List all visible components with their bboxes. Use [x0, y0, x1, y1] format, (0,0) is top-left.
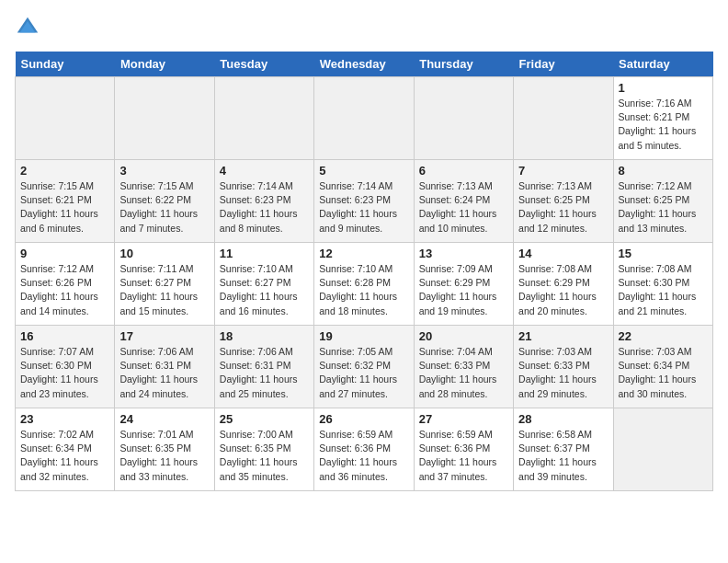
day-info: Sunrise: 7:07 AMSunset: 6:30 PMDaylight:…: [20, 345, 109, 401]
day-info: Sunrise: 7:03 AMSunset: 6:33 PMDaylight:…: [518, 345, 608, 401]
page-header: [15, 15, 713, 40]
weekday-header-friday: Friday: [514, 52, 613, 77]
day-number: 2: [20, 164, 109, 178]
calendar-cell: 20Sunrise: 7:04 AMSunset: 6:33 PMDayligh…: [414, 326, 513, 408]
day-info: Sunrise: 6:58 AMSunset: 6:37 PMDaylight:…: [518, 428, 608, 484]
weekday-header-tuesday: Tuesday: [214, 52, 313, 77]
calendar-week-1: 1Sunrise: 7:16 AMSunset: 6:21 PMDaylight…: [16, 77, 713, 160]
calendar-cell: 24Sunrise: 7:01 AMSunset: 6:35 PMDayligh…: [115, 408, 214, 491]
day-number: 18: [220, 329, 309, 343]
weekday-header-monday: Monday: [115, 52, 214, 77]
calendar-cell: [514, 77, 613, 160]
day-number: 24: [119, 412, 209, 426]
calendar-cell: 15Sunrise: 7:08 AMSunset: 6:30 PMDayligh…: [613, 243, 712, 326]
calendar-cell: 11Sunrise: 7:10 AMSunset: 6:27 PMDayligh…: [214, 243, 313, 326]
day-number: 17: [119, 329, 209, 343]
day-info: Sunrise: 7:02 AMSunset: 6:34 PMDaylight:…: [20, 428, 109, 484]
day-number: 23: [20, 412, 109, 426]
calendar-cell: 12Sunrise: 7:10 AMSunset: 6:28 PMDayligh…: [314, 243, 414, 326]
day-number: 3: [119, 164, 209, 178]
weekday-header-row: SundayMondayTuesdayWednesdayThursdayFrid…: [16, 52, 713, 77]
calendar-cell: 10Sunrise: 7:11 AMSunset: 6:27 PMDayligh…: [115, 243, 214, 326]
day-number: 19: [319, 329, 408, 343]
day-info: Sunrise: 7:06 AMSunset: 6:31 PMDaylight:…: [119, 345, 209, 401]
calendar-cell: 27Sunrise: 6:59 AMSunset: 6:36 PMDayligh…: [414, 408, 513, 491]
day-info: Sunrise: 7:15 AMSunset: 6:21 PMDaylight:…: [20, 179, 109, 236]
day-info: Sunrise: 7:14 AMSunset: 6:23 PMDaylight:…: [220, 179, 309, 236]
day-number: 6: [419, 164, 508, 178]
day-info: Sunrise: 7:06 AMSunset: 6:31 PMDaylight:…: [220, 345, 309, 401]
day-info: Sunrise: 7:13 AMSunset: 6:24 PMDaylight:…: [419, 179, 508, 236]
day-number: 26: [319, 412, 408, 426]
calendar-week-5: 23Sunrise: 7:02 AMSunset: 6:34 PMDayligh…: [16, 408, 713, 491]
calendar-cell: 22Sunrise: 7:03 AMSunset: 6:34 PMDayligh…: [613, 326, 712, 408]
day-number: 5: [319, 164, 408, 178]
day-info: Sunrise: 7:12 AMSunset: 6:25 PMDaylight:…: [619, 179, 708, 236]
logo: [15, 15, 44, 40]
calendar-cell: 13Sunrise: 7:09 AMSunset: 6:29 PMDayligh…: [414, 243, 513, 326]
day-info: Sunrise: 7:04 AMSunset: 6:33 PMDaylight:…: [419, 345, 508, 401]
calendar-cell: 9Sunrise: 7:12 AMSunset: 6:26 PMDaylight…: [16, 243, 115, 326]
calendar-cell: 2Sunrise: 7:15 AMSunset: 6:21 PMDaylight…: [16, 160, 115, 243]
day-number: 20: [419, 329, 508, 343]
day-info: Sunrise: 7:13 AMSunset: 6:25 PMDaylight:…: [518, 179, 608, 236]
day-info: Sunrise: 7:10 AMSunset: 6:28 PMDaylight:…: [319, 262, 408, 318]
day-info: Sunrise: 7:11 AMSunset: 6:27 PMDaylight:…: [119, 262, 209, 318]
calendar-cell: 16Sunrise: 7:07 AMSunset: 6:30 PMDayligh…: [16, 326, 115, 408]
calendar-cell: [115, 77, 214, 160]
day-number: 28: [518, 412, 608, 426]
day-number: 14: [518, 247, 608, 260]
calendar-cell: 5Sunrise: 7:14 AMSunset: 6:23 PMDaylight…: [314, 160, 414, 243]
day-number: 27: [419, 412, 508, 426]
day-info: Sunrise: 7:15 AMSunset: 6:22 PMDaylight:…: [119, 179, 209, 236]
day-info: Sunrise: 7:08 AMSunset: 6:30 PMDaylight:…: [619, 262, 708, 318]
day-info: Sunrise: 7:12 AMSunset: 6:26 PMDaylight:…: [20, 262, 109, 318]
calendar-cell: 7Sunrise: 7:13 AMSunset: 6:25 PMDaylight…: [514, 160, 613, 243]
day-number: 10: [119, 247, 209, 260]
day-number: 7: [518, 164, 608, 178]
calendar-cell: 1Sunrise: 7:16 AMSunset: 6:21 PMDaylight…: [613, 77, 712, 160]
calendar-cell: 14Sunrise: 7:08 AMSunset: 6:29 PMDayligh…: [514, 243, 613, 326]
calendar-cell: 17Sunrise: 7:06 AMSunset: 6:31 PMDayligh…: [115, 326, 214, 408]
weekday-header-saturday: Saturday: [613, 52, 712, 77]
day-number: 13: [419, 247, 508, 260]
calendar-cell: [314, 77, 414, 160]
day-info: Sunrise: 7:05 AMSunset: 6:32 PMDaylight:…: [319, 345, 408, 401]
day-info: Sunrise: 7:03 AMSunset: 6:34 PMDaylight:…: [619, 345, 708, 401]
calendar-cell: 21Sunrise: 7:03 AMSunset: 6:33 PMDayligh…: [514, 326, 613, 408]
day-info: Sunrise: 7:08 AMSunset: 6:29 PMDaylight:…: [518, 262, 608, 318]
calendar-cell: 3Sunrise: 7:15 AMSunset: 6:22 PMDaylight…: [115, 160, 214, 243]
weekday-header-sunday: Sunday: [16, 52, 115, 77]
calendar-cell: 18Sunrise: 7:06 AMSunset: 6:31 PMDayligh…: [214, 326, 313, 408]
day-info: Sunrise: 7:16 AMSunset: 6:21 PMDaylight:…: [619, 97, 708, 153]
day-info: Sunrise: 7:01 AMSunset: 6:35 PMDaylight:…: [119, 428, 209, 484]
calendar-cell: 28Sunrise: 6:58 AMSunset: 6:37 PMDayligh…: [514, 408, 613, 491]
calendar-table: SundayMondayTuesdayWednesdayThursdayFrid…: [15, 52, 713, 491]
day-info: Sunrise: 7:09 AMSunset: 6:29 PMDaylight:…: [419, 262, 508, 318]
day-info: Sunrise: 6:59 AMSunset: 6:36 PMDaylight:…: [419, 428, 508, 484]
calendar-cell: 8Sunrise: 7:12 AMSunset: 6:25 PMDaylight…: [613, 160, 712, 243]
day-number: 16: [20, 329, 109, 343]
day-number: 9: [20, 247, 109, 260]
calendar-cell: 4Sunrise: 7:14 AMSunset: 6:23 PMDaylight…: [214, 160, 313, 243]
day-number: 25: [220, 412, 309, 426]
calendar-cell: 23Sunrise: 7:02 AMSunset: 6:34 PMDayligh…: [16, 408, 115, 491]
calendar-week-3: 9Sunrise: 7:12 AMSunset: 6:26 PMDaylight…: [16, 243, 713, 326]
day-info: Sunrise: 7:14 AMSunset: 6:23 PMDaylight:…: [319, 179, 408, 236]
calendar-week-2: 2Sunrise: 7:15 AMSunset: 6:21 PMDaylight…: [16, 160, 713, 243]
day-number: 21: [518, 329, 608, 343]
calendar-week-4: 16Sunrise: 7:07 AMSunset: 6:30 PMDayligh…: [16, 326, 713, 408]
logo-icon: [15, 15, 40, 40]
day-number: 22: [619, 329, 708, 343]
weekday-header-wednesday: Wednesday: [314, 52, 414, 77]
calendar-cell: 6Sunrise: 7:13 AMSunset: 6:24 PMDaylight…: [414, 160, 513, 243]
day-number: 12: [319, 247, 408, 260]
day-info: Sunrise: 6:59 AMSunset: 6:36 PMDaylight:…: [319, 428, 408, 484]
calendar-cell: [214, 77, 313, 160]
day-info: Sunrise: 7:10 AMSunset: 6:27 PMDaylight:…: [220, 262, 309, 318]
day-info: Sunrise: 7:00 AMSunset: 6:35 PMDaylight:…: [220, 428, 309, 484]
day-number: 1: [619, 81, 708, 95]
day-number: 15: [619, 247, 708, 260]
calendar-cell: 25Sunrise: 7:00 AMSunset: 6:35 PMDayligh…: [214, 408, 313, 491]
weekday-header-thursday: Thursday: [414, 52, 513, 77]
